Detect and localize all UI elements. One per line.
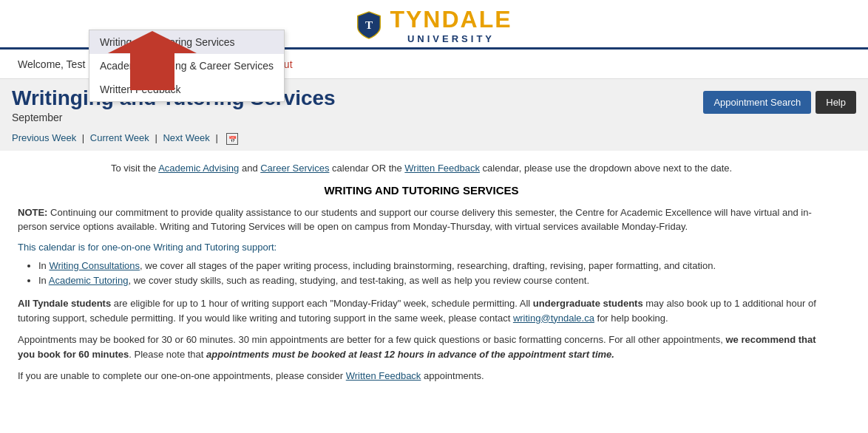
career-services-link[interactable]: Career Services	[260, 163, 329, 174]
tyndale-shield-icon: T	[356, 10, 382, 40]
calendar-icon[interactable]: 📅	[226, 133, 238, 145]
written-feedback-link-bottom[interactable]: Written Feedback	[346, 370, 421, 381]
all-students-paragraph: All Tyndale students are eligible for up…	[18, 296, 825, 325]
page-subtitle: September	[12, 112, 336, 123]
dropdown-item-advising[interactable]: Academic Advising & Career Services	[89, 54, 284, 78]
bullet-tutoring: In Academic Tutoring, we cover study ski…	[38, 273, 825, 289]
previous-week-link[interactable]: Previous Week	[12, 132, 76, 143]
writing-consultations-link[interactable]: Writing Consultations	[49, 260, 140, 271]
dropdown-item-writing[interactable]: Writing and Tutoring Services	[89, 30, 284, 54]
note-paragraph: NOTE: Continuing our commitment to provi…	[18, 205, 825, 234]
help-button[interactable]: Help	[816, 91, 856, 114]
bullet-list: In Writing Consultations, we cover all s…	[38, 259, 825, 290]
schedules-dropdown: Writing and Tutoring Services Academic A…	[89, 30, 285, 102]
unable-paragraph: If you are unable to complete our one-on…	[18, 369, 825, 383]
section-title: WRITING AND TUTORING SERVICES	[18, 184, 825, 197]
calendar-intro: This calendar is for one-on-one Writing …	[18, 242, 825, 253]
academic-advising-link[interactable]: Academic Advising	[158, 163, 239, 174]
appointment-search-button[interactable]: Appointment Search	[703, 91, 811, 114]
header-buttons: Appointment Search Help	[703, 91, 856, 114]
logo-text: TYNDALE UNIVERSITY	[390, 6, 512, 44]
next-week-link[interactable]: Next Week	[163, 132, 209, 143]
week-nav: Previous Week | Current Week | Next Week…	[0, 131, 868, 151]
appointment-paragraph: Appointments may be booked for 30 or 60 …	[18, 333, 825, 361]
svg-text:T: T	[365, 18, 373, 31]
info-paragraph: To visit the Academic Advising and Caree…	[18, 163, 825, 174]
logo-tyndale: TYNDALE	[390, 6, 512, 33]
bullet-writing: In Writing Consultations, we cover all s…	[38, 259, 825, 274]
email-link[interactable]: writing@tyndale.ca	[513, 313, 594, 324]
academic-tutoring-link[interactable]: Academic Tutoring	[49, 275, 129, 286]
main-content: To visit the Academic Advising and Caree…	[0, 151, 843, 395]
logo-university: UNIVERSITY	[390, 33, 512, 44]
dropdown-item-feedback[interactable]: Written Feedback	[89, 78, 284, 101]
written-feedback-link-info[interactable]: Written Feedback	[404, 163, 480, 174]
current-week-link[interactable]: Current Week	[90, 132, 149, 143]
